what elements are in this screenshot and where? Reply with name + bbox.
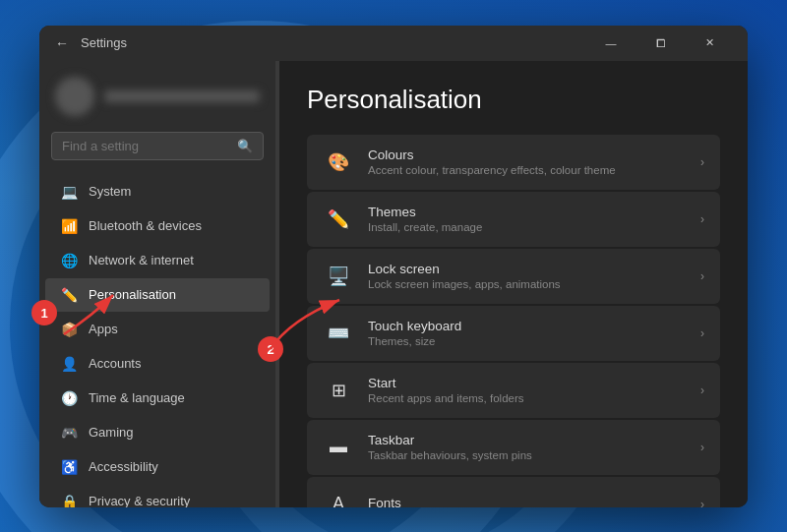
colours-icon: 🎨 bbox=[323, 147, 354, 178]
lock-screen-desc: Lock screen images, apps, animations bbox=[368, 278, 687, 290]
lock-screen-title: Lock screen bbox=[368, 262, 687, 276]
bluetooth-icon: 📶 bbox=[61, 218, 77, 234]
sidebar-item-label: Apps bbox=[89, 322, 118, 336]
colours-desc: Accent colour, transparency effects, col… bbox=[368, 164, 687, 176]
sidebar-item-label: Gaming bbox=[89, 425, 134, 440]
gaming-icon: 🎮 bbox=[61, 425, 77, 441]
sidebar-item-label: Network & internet bbox=[89, 253, 194, 267]
title-bar-controls: — ⧠ ✕ bbox=[588, 29, 732, 58]
sidebar-item-label: Accessibility bbox=[89, 459, 158, 474]
settings-item-taskbar[interactable]: ▬ Taskbar Taskbar behaviours, system pin… bbox=[307, 420, 720, 475]
colours-title: Colours bbox=[368, 148, 687, 162]
sidebar-item-bluetooth[interactable]: 📶 Bluetooth & devices bbox=[45, 209, 270, 243]
apps-icon: 📦 bbox=[61, 322, 77, 337]
page-title: Personalisation bbox=[307, 85, 720, 115]
sidebar-item-label: Bluetooth & devices bbox=[89, 218, 202, 233]
sidebar-item-label: Personalisation bbox=[89, 287, 176, 302]
personalisation-icon: ✏️ bbox=[61, 287, 77, 303]
nav-list: 💻 System 📶 Bluetooth & devices 🌐 Network… bbox=[39, 170, 275, 507]
themes-text: Themes Install, create, manage bbox=[368, 205, 687, 233]
maximize-button[interactable]: ⧠ bbox=[637, 29, 683, 58]
settings-item-touch-keyboard[interactable]: ⌨️ Touch keyboard Themes, size › bbox=[307, 306, 720, 361]
accessibility-icon: ♿ bbox=[61, 459, 77, 475]
settings-item-themes[interactable]: ✏️ Themes Install, create, manage › bbox=[307, 192, 720, 247]
sidebar-item-gaming[interactable]: 🎮 Gaming bbox=[45, 416, 270, 449]
sidebar-item-label: Privacy & security bbox=[89, 494, 190, 507]
main-content: 🔍 💻 System 📶 Bluetooth & devices 🌐 Netwo… bbox=[39, 61, 748, 507]
fonts-icon: A bbox=[323, 489, 354, 507]
settings-item-start[interactable]: ⊞ Start Recent apps and items, folders › bbox=[307, 363, 720, 418]
accounts-icon: 👤 bbox=[61, 356, 77, 372]
back-button[interactable]: ← bbox=[55, 35, 69, 51]
settings-window: ← Settings — ⧠ ✕ 🔍 💻 bbox=[39, 26, 748, 507]
sidebar-item-time[interactable]: 🕐 Time & language bbox=[45, 382, 270, 415]
close-button[interactable]: ✕ bbox=[687, 29, 732, 58]
chevron-right-icon: › bbox=[700, 155, 704, 169]
annotation-2: 2 bbox=[258, 336, 283, 362]
settings-item-colours[interactable]: 🎨 Colours Accent colour, transparency ef… bbox=[307, 135, 720, 190]
sidebar-item-personalisation[interactable]: ✏️ Personalisation bbox=[45, 278, 270, 312]
privacy-icon: 🔒 bbox=[61, 494, 77, 507]
search-input[interactable] bbox=[62, 139, 229, 153]
chevron-right-icon: › bbox=[700, 326, 704, 340]
chevron-right-icon: › bbox=[700, 269, 704, 283]
fonts-text: Fonts bbox=[368, 496, 687, 507]
colours-text: Colours Accent colour, transparency effe… bbox=[368, 148, 687, 176]
settings-item-fonts[interactable]: A Fonts › bbox=[307, 477, 720, 507]
system-icon: 💻 bbox=[61, 184, 77, 200]
chevron-right-icon: › bbox=[700, 384, 704, 397]
search-box[interactable]: 🔍 bbox=[51, 132, 264, 160]
sidebar-item-accounts[interactable]: 👤 Accounts bbox=[45, 347, 270, 381]
start-title: Start bbox=[368, 376, 687, 390]
settings-item-lock-screen[interactable]: 🖥️ Lock screen Lock screen images, apps,… bbox=[307, 249, 720, 304]
sidebar-item-privacy[interactable]: 🔒 Privacy & security bbox=[45, 485, 270, 507]
minimize-button[interactable]: — bbox=[588, 29, 634, 58]
content-area: Personalisation 🎨 Colours Accent colour,… bbox=[279, 61, 748, 507]
sidebar-item-label: System bbox=[89, 184, 131, 199]
sidebar-item-accessibility[interactable]: ♿ Accessibility bbox=[45, 450, 270, 484]
chevron-right-icon: › bbox=[700, 441, 704, 454]
network-icon: 🌐 bbox=[61, 253, 77, 268]
profile-area bbox=[39, 61, 275, 132]
themes-icon: ✏️ bbox=[323, 204, 354, 235]
sidebar-item-network[interactable]: 🌐 Network & internet bbox=[45, 244, 270, 277]
start-desc: Recent apps and items, folders bbox=[368, 392, 687, 404]
badge-2: 2 bbox=[258, 336, 283, 362]
badge-1: 1 bbox=[31, 300, 57, 325]
avatar bbox=[55, 77, 94, 116]
profile-info bbox=[104, 90, 260, 102]
taskbar-icon: ▬ bbox=[323, 432, 354, 463]
touch-keyboard-title: Touch keyboard bbox=[368, 319, 687, 333]
touch-keyboard-icon: ⌨️ bbox=[323, 318, 354, 349]
start-text: Start Recent apps and items, folders bbox=[368, 376, 687, 404]
touch-keyboard-desc: Themes, size bbox=[368, 335, 687, 347]
sidebar-item-label: Accounts bbox=[89, 356, 141, 371]
settings-list: 🎨 Colours Accent colour, transparency ef… bbox=[307, 135, 720, 507]
title-bar-left: ← Settings bbox=[55, 35, 127, 51]
taskbar-title: Taskbar bbox=[368, 433, 687, 447]
annotation-1: 1 bbox=[31, 300, 57, 325]
lock-screen-icon: 🖥️ bbox=[323, 261, 354, 292]
sidebar-item-apps[interactable]: 📦 Apps bbox=[45, 313, 270, 346]
sidebar-item-label: Time & language bbox=[89, 390, 185, 405]
touch-keyboard-text: Touch keyboard Themes, size bbox=[368, 319, 687, 347]
taskbar-text: Taskbar Taskbar behaviours, system pins bbox=[368, 433, 687, 461]
themes-title: Themes bbox=[368, 205, 687, 219]
sidebar: 🔍 💻 System 📶 Bluetooth & devices 🌐 Netwo… bbox=[39, 61, 275, 507]
sidebar-item-system[interactable]: 💻 System bbox=[45, 175, 270, 208]
window-title: Settings bbox=[81, 35, 127, 50]
chevron-right-icon: › bbox=[700, 498, 704, 507]
title-bar: ← Settings — ⧠ ✕ bbox=[39, 26, 748, 61]
fonts-title: Fonts bbox=[368, 496, 687, 507]
time-icon: 🕐 bbox=[61, 390, 77, 406]
start-icon: ⊞ bbox=[323, 375, 354, 406]
lock-screen-text: Lock screen Lock screen images, apps, an… bbox=[368, 262, 687, 290]
themes-desc: Install, create, manage bbox=[368, 221, 687, 233]
taskbar-desc: Taskbar behaviours, system pins bbox=[368, 449, 687, 461]
search-icon: 🔍 bbox=[237, 139, 253, 153]
chevron-right-icon: › bbox=[700, 212, 704, 226]
